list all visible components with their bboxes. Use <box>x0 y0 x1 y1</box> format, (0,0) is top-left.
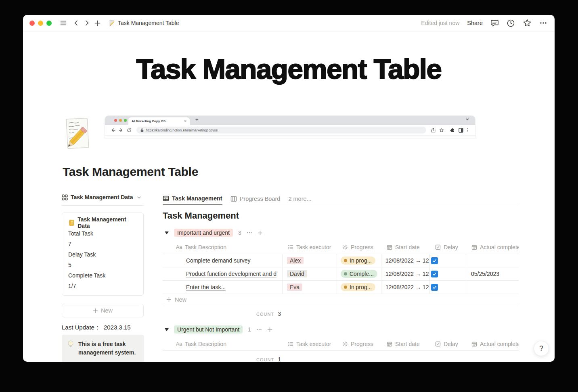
progress-cell[interactable]: In prog... <box>337 281 381 294</box>
table-row: Product function development and d David… <box>163 267 519 281</box>
ledger-icon <box>68 219 75 226</box>
plus-icon <box>93 308 98 313</box>
group-options-icon[interactable] <box>247 230 252 236</box>
tab-task-management[interactable]: Task Management <box>163 192 222 205</box>
page-title: Task Management Table <box>63 165 198 179</box>
close-window-button[interactable] <box>29 21 35 26</box>
group-count: 3 <box>238 229 241 236</box>
column-header-delay[interactable]: Delay <box>430 338 466 350</box>
multi-select-icon <box>288 341 293 347</box>
data-source-label: Task Management Data <box>71 194 133 200</box>
stats-card[interactable]: Task Management Data Total Task 7 Delay … <box>62 213 144 296</box>
group-options-icon[interactable] <box>256 327 262 332</box>
back-icon[interactable] <box>71 18 82 28</box>
actual-complete-cell[interactable]: 05/25/2023 <box>466 267 519 280</box>
mock-chevron-down-icon <box>465 117 469 121</box>
text-type-icon: Aa <box>176 244 182 250</box>
collapse-triangle-icon[interactable] <box>165 231 169 234</box>
group-count: 1 <box>248 326 251 333</box>
page-cover: Task Management Table AI Marketing Copy … <box>23 31 555 154</box>
column-header-start-date[interactable]: Start date <box>381 338 430 350</box>
table-header-row: AaTask Description Task executor Progres… <box>163 241 519 254</box>
main-content: Task Management Progress Board 2 more...… <box>163 192 519 362</box>
sidebar: Task Management Data Task Management Dat… <box>62 192 144 362</box>
titlebar: Task Management Table Edited just now Sh… <box>23 15 555 31</box>
progress-cell[interactable]: Comple... <box>337 267 381 280</box>
checkbox-property-icon <box>435 341 441 347</box>
window-controls <box>29 21 52 26</box>
share-button[interactable]: Share <box>467 20 483 26</box>
zoom-window-button[interactable] <box>46 21 52 26</box>
start-date-cell[interactable]: 12/08/2022 → 12 <box>381 254 430 267</box>
chevron-down-icon <box>137 195 141 200</box>
forward-icon[interactable] <box>82 18 92 28</box>
delay-cell[interactable] <box>430 281 466 294</box>
mock-url-text: https://kaibinding.notion.site/aimarketi… <box>146 128 218 132</box>
delay-checkbox-checked <box>431 257 438 264</box>
group-add-icon[interactable] <box>258 230 263 236</box>
calendar-icon <box>471 341 477 347</box>
mock-tab-close-icon: × <box>184 119 186 123</box>
more-tabs[interactable]: 2 more... <box>288 192 311 205</box>
table-new-row-button[interactable]: New <box>163 294 519 305</box>
task-executor-cell[interactable]: Eva <box>283 281 337 294</box>
mock-bookmark-star-icon <box>439 128 444 133</box>
pencil-note-page-icon[interactable] <box>65 117 92 150</box>
group-add-icon[interactable] <box>267 327 272 332</box>
column-header-executor[interactable]: Task executor <box>283 338 337 350</box>
group-pill[interactable]: Important and urgent <box>174 229 233 237</box>
column-header-progress[interactable]: Progress <box>337 241 381 254</box>
task-executor-cell[interactable]: David <box>283 267 337 280</box>
actual-complete-cell[interactable] <box>466 254 519 267</box>
group-header: Important and urgent 3 <box>163 228 519 237</box>
mock-address-bar: https://kaibinding.notion.site/aimarketi… <box>136 127 426 133</box>
group-pill[interactable]: Urgent but Not Important <box>174 325 243 334</box>
delay-cell[interactable] <box>430 267 466 280</box>
sidebar-new-button[interactable]: New <box>62 304 144 317</box>
mock-toolbar-icons <box>431 128 469 133</box>
task-description-cell[interactable]: Product function development and d <box>163 267 283 280</box>
breadcrumb[interactable]: Task Management Table <box>108 20 179 27</box>
column-header-delay[interactable]: Delay <box>430 241 466 254</box>
memo-page-icon <box>108 20 115 27</box>
column-header-description[interactable]: AaTask Description <box>163 338 283 350</box>
task-description-cell[interactable]: Enter the task... <box>163 281 283 294</box>
favorite-star-icon[interactable] <box>523 19 532 27</box>
mock-minimize-dot <box>119 119 122 122</box>
mock-browser-tab: AI Marketing Copy OS × <box>128 117 190 125</box>
column-header-start-date[interactable]: Start date <box>381 241 430 254</box>
progress-cell[interactable]: In prog... <box>337 254 381 267</box>
column-header-actual-complete[interactable]: Actual complete <box>466 338 519 350</box>
column-header-description[interactable]: AaTask Description <box>163 241 283 254</box>
edited-status: Edited just now <box>421 20 459 26</box>
breadcrumb-title: Task Management Table <box>118 20 179 26</box>
start-date-cell[interactable]: 12/08/2022 → 12 <box>381 267 430 280</box>
updates-clock-icon[interactable] <box>507 19 515 27</box>
delay-cell[interactable] <box>430 254 466 267</box>
new-tab-icon[interactable] <box>92 18 103 28</box>
stat-value: 5 <box>68 260 137 270</box>
column-header-actual-complete[interactable]: Actual complete <box>466 241 519 254</box>
board-view-icon <box>230 196 237 202</box>
group-count-row: COUNT 1 <box>163 351 519 362</box>
more-options-icon[interactable] <box>539 19 547 27</box>
column-header-progress[interactable]: Progress <box>337 338 381 350</box>
checkbox-property-icon <box>435 244 441 250</box>
last-update: Last Update： 2023.3.15 <box>62 324 144 332</box>
view-tabs: Task Management Progress Board 2 more... <box>163 192 519 205</box>
comments-icon[interactable] <box>490 19 499 27</box>
data-source-selector[interactable]: Task Management Data <box>62 192 144 206</box>
calendar-icon <box>471 244 477 250</box>
help-button[interactable]: ? <box>534 341 549 356</box>
tab-progress-board[interactable]: Progress Board <box>230 192 281 205</box>
column-header-executor[interactable]: Task executor <box>283 241 337 254</box>
task-executor-cell[interactable]: Alex <box>283 254 337 267</box>
lock-icon <box>140 128 144 132</box>
start-date-cell[interactable]: 12/08/2022 → 12 <box>381 281 430 294</box>
mock-zoom-dot <box>124 119 127 122</box>
sidebar-toggle-icon[interactable] <box>58 18 69 28</box>
task-description-cell[interactable]: Complete demand survey <box>163 254 283 267</box>
minimize-window-button[interactable] <box>38 21 43 26</box>
collapse-triangle-icon[interactable] <box>165 328 169 331</box>
actual-complete-cell[interactable] <box>466 281 519 294</box>
